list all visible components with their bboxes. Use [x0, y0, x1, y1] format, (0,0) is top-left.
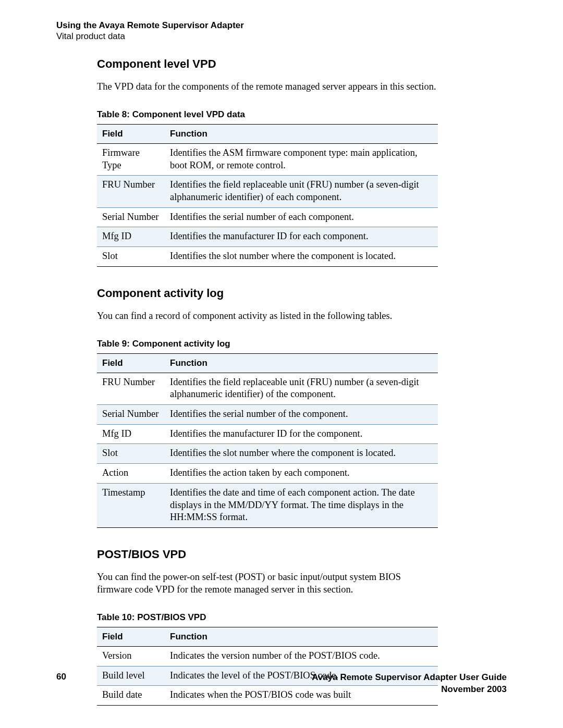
cell-function: Identifies the action taken by each comp…: [165, 464, 438, 484]
cell-function: Identifies the slot number where the com…: [165, 247, 438, 267]
table-row: Mfg ID Identifies the manufacturer ID fo…: [97, 227, 438, 247]
cell-function: Identifies the date and time of each com…: [165, 483, 438, 527]
table-row: Action Identifies the action taken by ea…: [97, 464, 438, 484]
table-row: Slot Identifies the slot number where th…: [97, 247, 438, 267]
table-component-activity-log: Field Function FRU Number Identifies the…: [97, 353, 438, 528]
cell-field: Firmware Type: [97, 144, 165, 176]
running-header: Using the Avaya Remote Supervisor Adapte…: [56, 20, 244, 42]
cell-field: Slot: [97, 247, 165, 267]
section-heading-component-activity-log: Component activity log: [97, 287, 438, 300]
header-subtitle: Vital product data: [56, 31, 125, 41]
table-caption: Table 10: POST/BIOS VPD: [97, 612, 438, 623]
col-function: Function: [165, 125, 438, 144]
table-row: Timestamp Identifies the date and time o…: [97, 483, 438, 527]
cell-field: Timestamp: [97, 483, 165, 527]
cell-function: Identifies the serial number of the comp…: [165, 405, 438, 425]
table-row: Serial Number Identifies the serial numb…: [97, 207, 438, 227]
table-component-level-vpd: Field Function Firmware Type Identifies …: [97, 124, 438, 267]
cell-field: Mfg ID: [97, 227, 165, 247]
col-function: Function: [165, 353, 438, 373]
table-row: Firmware Type Identifies the ASM firmwar…: [97, 144, 438, 176]
table-header-row: Field Function: [97, 125, 438, 144]
table-header-row: Field Function: [97, 353, 438, 373]
table-caption: Table 9: Component activity log: [97, 339, 438, 349]
cell-field: Serial Number: [97, 405, 165, 425]
col-function: Function: [165, 627, 438, 646]
col-field: Field: [97, 353, 165, 373]
section-intro: You can find a record of component activ…: [97, 310, 438, 322]
page-number: 60: [56, 672, 66, 682]
cell-field: Mfg ID: [97, 424, 165, 444]
col-field: Field: [97, 125, 165, 144]
footer-guide: Avaya Remote Supervisor Adapter User Gui…: [312, 672, 507, 696]
cell-field: Version: [97, 646, 165, 666]
cell-field: Action: [97, 464, 165, 484]
table-caption: Table 8: Component level VPD data: [97, 109, 438, 120]
table-row: Version Indicates the version number of …: [97, 646, 438, 666]
table-header-row: Field Function: [97, 627, 438, 646]
cell-function: Indicates the version number of the POST…: [165, 646, 438, 666]
footer-guide-title: Avaya Remote Supervisor Adapter User Gui…: [312, 672, 507, 682]
cell-function: Identifies the slot number where the com…: [165, 444, 438, 464]
table-row: Slot Identifies the slot number where th…: [97, 444, 438, 464]
cell-field: FRU Number: [97, 176, 165, 207]
section-intro: The VPD data for the components of the r…: [97, 80, 438, 93]
table-row: Serial Number Identifies the serial numb…: [97, 405, 438, 425]
cell-field: Slot: [97, 444, 165, 464]
col-field: Field: [97, 627, 165, 646]
cell-function: Identifies the manufacturer ID for each …: [165, 227, 438, 247]
table-row: FRU Number Identifies the field replacea…: [97, 373, 438, 404]
document-page: Using the Avaya Remote Supervisor Adapte…: [0, 0, 563, 728]
page-content: Component level VPD The VPD data for the…: [97, 57, 438, 706]
section-heading-post-bios-vpd: POST/BIOS VPD: [97, 548, 438, 561]
cell-field: FRU Number: [97, 373, 165, 404]
section-intro: You can find the power-on self-test (POS…: [97, 571, 438, 596]
cell-function: Identifies the ASM firmware component ty…: [165, 144, 438, 176]
table-row: Mfg ID Identifies the manufacturer ID fo…: [97, 424, 438, 444]
cell-field: Serial Number: [97, 207, 165, 227]
cell-function: Identifies the serial number of each com…: [165, 207, 438, 227]
footer-guide-date: November 2003: [441, 684, 507, 694]
cell-function: Identifies the field replaceable unit (F…: [165, 176, 438, 207]
cell-function: Identifies the field replaceable unit (F…: [165, 373, 438, 404]
table-row: FRU Number Identifies the field replacea…: [97, 176, 438, 207]
page-footer: 60 Avaya Remote Supervisor Adapter User …: [56, 672, 507, 696]
section-heading-component-level-vpd: Component level VPD: [97, 57, 438, 71]
header-title: Using the Avaya Remote Supervisor Adapte…: [56, 20, 244, 30]
cell-function: Identifies the manufacturer ID for the c…: [165, 424, 438, 444]
